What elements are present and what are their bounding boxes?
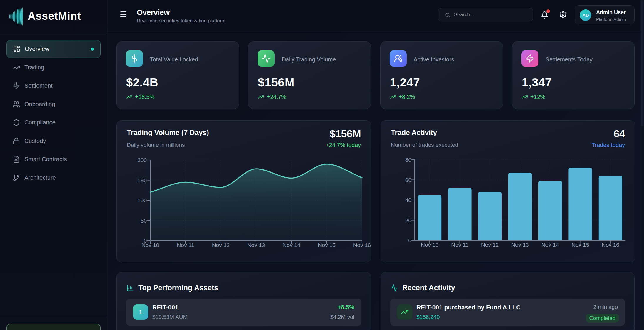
- svg-text:Nov 12: Nov 12: [481, 242, 499, 248]
- svg-text:Nov 15: Nov 15: [318, 242, 336, 248]
- svg-text:Nov 10: Nov 10: [141, 242, 159, 248]
- svg-text:80: 80: [405, 157, 411, 163]
- svg-text:Nov 13: Nov 13: [247, 242, 265, 248]
- svg-text:Nov 16: Nov 16: [602, 242, 619, 248]
- svg-text:20: 20: [405, 217, 411, 224]
- svg-text:Nov 10: Nov 10: [421, 242, 438, 248]
- svg-text:Nov 13: Nov 13: [511, 242, 529, 248]
- svg-text:Nov 14: Nov 14: [283, 242, 301, 248]
- svg-text:Nov 16: Nov 16: [353, 242, 371, 248]
- svg-text:100: 100: [137, 197, 147, 204]
- svg-text:Nov 11: Nov 11: [177, 242, 194, 248]
- svg-text:Nov 11: Nov 11: [451, 242, 468, 248]
- svg-text:50: 50: [141, 218, 147, 224]
- svg-text:Nov 12: Nov 12: [212, 242, 230, 248]
- svg-text:0: 0: [408, 237, 411, 244]
- svg-text:60: 60: [405, 177, 411, 183]
- svg-text:40: 40: [405, 197, 411, 203]
- svg-text:Nov 15: Nov 15: [571, 242, 589, 248]
- svg-text:Nov 14: Nov 14: [541, 242, 559, 248]
- svg-text:200: 200: [137, 157, 147, 163]
- svg-text:150: 150: [137, 177, 147, 184]
